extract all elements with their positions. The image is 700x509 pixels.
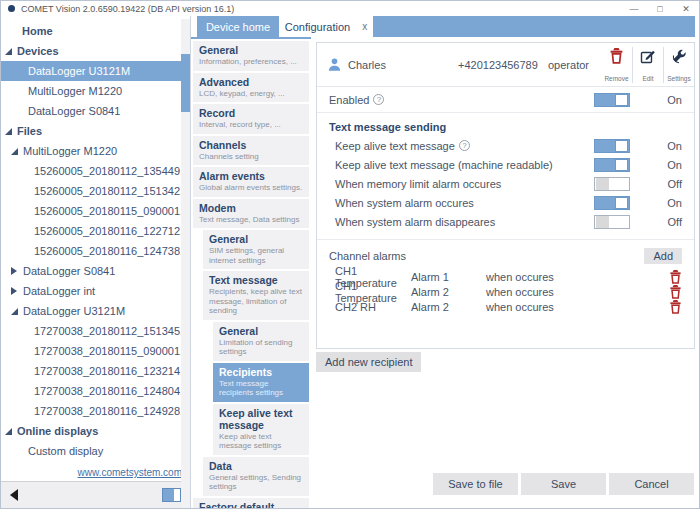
setting-label-text: When system alarm occures (335, 197, 474, 209)
save-to-file-button[interactable]: Save to file (433, 473, 518, 495)
expanded-triangle-icon[interactable] (11, 308, 18, 315)
sidebar-item[interactable]: 17270038_20180115_090001.msx (1, 341, 190, 361)
sidebar-item[interactable]: 15260005_20180116_124738.msx (1, 241, 190, 261)
expanded-triangle-icon[interactable] (5, 48, 12, 55)
add-alarm-button[interactable]: Add (644, 248, 682, 264)
sidebar-item[interactable]: DataLogger U3121M (1, 301, 190, 321)
sidebar-item-label: 15260005_20180112_151342.msx (34, 185, 190, 197)
trash-icon (609, 48, 624, 64)
sidebar-item[interactable]: 15260005_20180116_122712.msx (1, 221, 190, 241)
toggle-knob (615, 159, 628, 171)
menu-item[interactable]: ChannelsChannels setting (193, 136, 309, 166)
sidebar-item[interactable]: Devices (1, 41, 190, 61)
sidebar-item[interactable]: DataLogger int (1, 281, 190, 301)
tree-indent-spacer (5, 31, 17, 32)
collapsed-triangle-icon[interactable] (11, 267, 17, 275)
toggle-knob (615, 140, 628, 152)
menu-item[interactable]: AdvancedLCD, keypad, energy, ... (193, 73, 309, 103)
save-button[interactable]: Save (521, 473, 606, 495)
remove-button[interactable]: Remove (601, 47, 632, 83)
edit-button[interactable]: Edit (632, 47, 663, 83)
sidebar-item[interactable]: DataLogger S0841 (1, 261, 190, 281)
cometsystem-link[interactable]: www.cometsystem.com (78, 467, 182, 478)
tree-indent-spacer (17, 191, 29, 192)
menu-item[interactable]: RecordInterval, record type, ... (193, 104, 309, 134)
sidebar-item[interactable]: 15260005_20180112_135449.msx (1, 161, 190, 181)
menu-item[interactable]: Alarm eventsGlobal alarm events settings… (193, 167, 309, 197)
expanded-triangle-icon[interactable] (5, 428, 12, 435)
sidebar-item[interactable]: Online displays (1, 421, 190, 441)
menu-item[interactable]: Factory defaultRestore to factory defaul… (193, 498, 309, 509)
cancel-button[interactable]: Cancel (609, 473, 694, 495)
setting-label: Keep alive text message (machine readabl… (335, 159, 594, 171)
title-bar: COMET Vision 2.0.6590.19422 (DB API vers… (1, 1, 699, 16)
menu-item[interactable]: Text messageRecipients, keep alive text … (203, 271, 309, 320)
tree-indent-spacer (17, 171, 29, 172)
collapsed-triangle-icon[interactable] (11, 287, 17, 295)
menu-item-title: General (219, 325, 304, 337)
sidebar-item[interactable]: MultiLogger M1220 (1, 141, 190, 161)
menu-item[interactable]: GeneralInformation, preferences, ... (193, 41, 309, 71)
sidebar-item[interactable]: 17270038_20180116_123214.msx (1, 361, 190, 381)
sidebar-item[interactable]: Custom display (1, 441, 190, 461)
tab-close-icon[interactable]: x (362, 21, 367, 32)
delete-alarm-button[interactable] (664, 285, 682, 299)
toggle-switch[interactable] (594, 177, 630, 191)
enabled-toggle[interactable] (594, 93, 630, 107)
sidebar-item[interactable]: 15260005_20180112_151342.msx (1, 181, 190, 201)
sidebar-item[interactable]: Home (1, 21, 190, 41)
enabled-label: Enabled (329, 94, 369, 106)
menu-item[interactable]: ModemText message, Data settings (193, 199, 309, 229)
menu-item[interactable]: Keep alive text messageKeep alive text m… (213, 404, 309, 455)
sidebar-item-label: Devices (17, 45, 59, 57)
help-icon[interactable]: ? (459, 140, 470, 151)
expanded-triangle-icon[interactable] (5, 128, 12, 135)
sidebar-item[interactable]: 17270038_20180116_124928.msx (1, 401, 190, 421)
sidebar-item[interactable]: 15260005_20180115_090001.msx (1, 201, 190, 221)
menu-item[interactable]: GeneralSIM settings, general internet se… (203, 230, 309, 269)
sidebar-item-label: Home (22, 25, 53, 37)
tree-indent-spacer (17, 411, 29, 412)
sidebar-item-label: DataLogger S0841 (28, 105, 120, 117)
toggle-switch[interactable] (594, 158, 630, 172)
help-icon[interactable]: ? (373, 94, 384, 105)
sidebar-tree: HomeDevicesDataLogger U3121MMultiLogger … (1, 16, 190, 465)
tab-device-home[interactable]: Device home (197, 16, 279, 37)
minimize-button[interactable]: — (621, 4, 647, 14)
delete-alarm-button[interactable] (664, 300, 682, 314)
add-new-recipient-button[interactable]: Add new recipient (316, 352, 421, 372)
tree-indent-spacer (17, 251, 29, 252)
toggle-switch[interactable] (594, 196, 630, 210)
sidebar-item[interactable]: 17270038_20180116_124804.msx (1, 381, 190, 401)
menu-item-subtitle: General settings, Sending settings (209, 473, 304, 492)
edit-icon (640, 48, 656, 64)
collapse-sidebar-icon[interactable] (10, 489, 18, 501)
toggle-switch[interactable] (594, 215, 630, 229)
menu-item[interactable]: DataGeneral settings, Sending settings (203, 457, 309, 496)
menu-item[interactable]: GeneralLimitation of sending settings (213, 322, 309, 361)
maximize-button[interactable]: □ (647, 4, 673, 14)
settings-button[interactable]: Settings (663, 47, 694, 83)
panel-layout-icon[interactable] (162, 488, 181, 502)
sidebar-scrollbar-track[interactable] (181, 19, 190, 508)
sidebar-item[interactable]: Files (1, 121, 190, 141)
sidebar-item[interactable]: MultiLogger M1220 (1, 81, 190, 101)
menu-item-subtitle: SIM settings, general internet settings (209, 246, 304, 265)
menu-item[interactable]: RecipientsText message recipients settin… (213, 363, 309, 402)
sidebar-scrollbar-thumb[interactable] (181, 54, 190, 112)
sidebar-item[interactable]: 17270038_20180112_151345.msx (1, 321, 190, 341)
tab-configuration[interactable]: Configuration x (279, 16, 373, 37)
settings-wrench-icon (671, 48, 687, 64)
enabled-label-wrap: Enabled ? (329, 94, 594, 106)
tree-indent-spacer (11, 91, 23, 92)
sidebar-item-label: MultiLogger M1220 (23, 145, 117, 157)
delete-alarm-button[interactable] (664, 270, 682, 284)
toggle-switch[interactable] (594, 139, 630, 153)
tree-indent-spacer (11, 71, 23, 72)
sidebar-item[interactable]: DataLogger U3121M (1, 61, 190, 81)
close-button[interactable]: ✕ (673, 4, 699, 14)
setting-label-text: When system alarm disappeares (335, 216, 495, 228)
expanded-triangle-icon[interactable] (11, 148, 18, 155)
navigation-sidebar: HomeDevicesDataLogger U3121MMultiLogger … (1, 16, 191, 508)
sidebar-item[interactable]: DataLogger S0841 (1, 101, 190, 121)
